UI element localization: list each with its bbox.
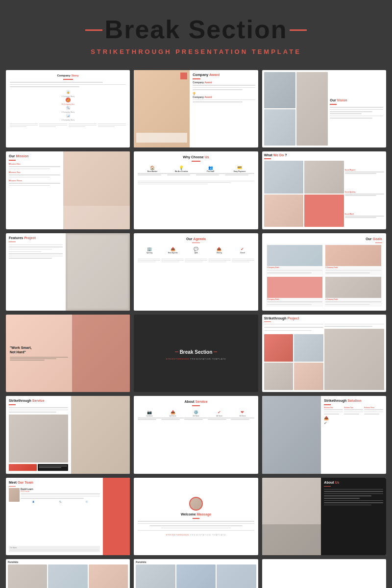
slide-our-vision: Our Vision xyxy=(262,70,386,147)
slides-grid: Company Story 🔒 1 Company Story 💰 10 Com… xyxy=(0,63,392,588)
slide-features-project: Features Project xyxy=(6,233,130,311)
slide-14-title: About Service xyxy=(138,400,254,403)
slide-10-quote: "Work Smart,Not Hard" xyxy=(10,345,68,354)
slide-what-we-do: What We Do ? Good Report xyxy=(262,151,386,229)
slide-15-title: Strikethrough Solution xyxy=(324,399,383,402)
slide-company-story: Company Story 🔒 1 Company Story 💰 10 Com… xyxy=(6,70,130,147)
subtitle-red: STRIKETHROUGH xyxy=(91,48,172,55)
slide-12-title: Strikethrough Project xyxy=(264,317,384,320)
slide-welcome-massage: Welcome Massage STRIKETHROUGH PRESENTATI… xyxy=(134,478,258,555)
slide-company-award: Company Award Company Award 🏆 Company Aw… xyxy=(134,70,258,147)
slide-thanks: Thanks For Watching STRIKETHROUGH PRESEN… xyxy=(262,559,386,588)
main-subtitle: STRIKETHROUGH PRESENTATION TEMPLATE xyxy=(10,48,382,55)
slide-3-title: Our Vision xyxy=(330,98,383,102)
slide-portfolio-1: Portofolio xyxy=(6,559,130,588)
slide-why-choose: Why Choose Us 🏠 Best Market 💡 We Are Cre… xyxy=(134,151,258,229)
slide-about-service: About Service 📷 1st Serve 📤 2nd Serve ⚙️ xyxy=(134,396,258,473)
slide-meet-team: Meet Our Team David Learn CEO Founder 👤 xyxy=(6,478,130,555)
slide-2-title: Company Award xyxy=(193,73,255,76)
slide-our-goals: Our Goals 1 Company Goals 2 Company Goal… xyxy=(262,233,386,311)
slide-strikethrough-project: Strikethrough Project xyxy=(262,315,386,392)
slide-strikethrough-solution: Strikethrough Solution Solution One 📤 ✔ xyxy=(262,396,386,473)
slide-13-title: Strikethrough Service xyxy=(9,399,68,402)
slide-1-title: Company Story xyxy=(10,74,126,77)
slide-11-title: Break Section xyxy=(180,349,213,355)
slide-17-title: Welcome Massage xyxy=(181,513,211,516)
slide-our-agenda: Our Agenda 🏢 Opening 📤 News Agenda 💬 Q&A… xyxy=(134,233,258,311)
slide-8-title: Our Agenda xyxy=(138,237,254,241)
slide-portfolio-2: Portofolio xyxy=(134,559,258,588)
slide-4-title: Our Mission xyxy=(9,154,60,158)
slide-strikethrough-service: Strikethrough Service xyxy=(6,396,130,473)
slide-quote: "Work Smart,Not Hard" xyxy=(6,315,130,392)
slide-break-dark: Break Section STRIKETHROUGH PRESENTATION… xyxy=(134,315,258,392)
slide-5-title: Why Choose Us xyxy=(138,155,254,159)
slide-19-title: Portofolio xyxy=(8,561,128,564)
slide-20-title: Portofolio xyxy=(136,561,256,564)
main-title: Break Section xyxy=(105,15,288,44)
slide-7-title: Features Project xyxy=(9,236,63,240)
subtitle-rest: PRESENTATION TEMPLATE xyxy=(172,48,301,55)
slide-18-title: About Us xyxy=(324,481,383,484)
slide-about-us: About Us xyxy=(262,478,386,555)
slide-our-mission: Our Mission Mission One Mission Two Miss… xyxy=(6,151,130,229)
slide-16-title: Meet Our Team xyxy=(9,481,100,484)
slide-6-title: What We Do ? xyxy=(264,153,384,157)
slide-9-title: Our Goals xyxy=(266,237,382,241)
header: Break Section STRIKETHROUGH PRESENTATION… xyxy=(0,0,392,63)
